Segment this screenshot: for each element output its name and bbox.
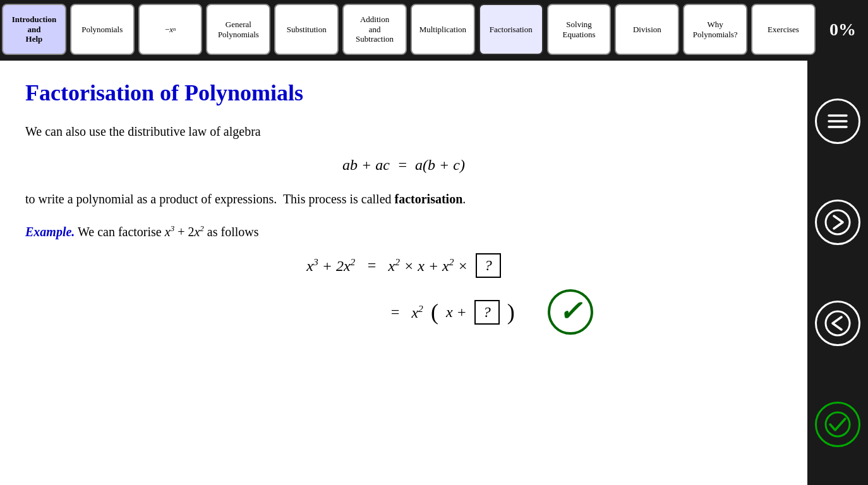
submit-check-icon: [824, 410, 852, 438]
tab-multiplication[interactable]: Multiplication: [411, 4, 475, 55]
submit-button[interactable]: [815, 402, 860, 447]
main-content: Factorisation of Polynomials We can also…: [0, 61, 868, 485]
svg-point-3: [826, 210, 850, 234]
menu-icon: [824, 107, 852, 135]
content-area: Factorisation of Polynomials We can also…: [0, 61, 807, 485]
svg-point-4: [826, 311, 850, 335]
example-intro: We can factorise x3 + 2x2 as follows: [78, 225, 259, 239]
distributive-law: ab + ac = a(b + c): [25, 157, 782, 174]
check-circle: ✓: [548, 289, 593, 335]
next-button[interactable]: [815, 200, 860, 245]
eq1-rhs: x2 × x + x2 ×: [389, 256, 468, 275]
example-label: Example.: [25, 225, 75, 239]
factorisation-term: factorisation: [395, 192, 463, 206]
tab-division[interactable]: Division: [615, 4, 679, 55]
eq2-open-paren: (: [431, 301, 438, 323]
tab-polynomials[interactable]: Polynomials: [70, 4, 135, 55]
tab-why-polynomials[interactable]: WhyPolynomials?: [683, 4, 747, 55]
check-mark-icon: ✓: [558, 298, 582, 326]
next-arrow-icon: [824, 208, 852, 236]
eq2-equals: =: [386, 304, 404, 321]
menu-button[interactable]: [815, 99, 860, 144]
eq1-lhs: x3 + 2x2: [306, 256, 355, 275]
eq1-input-box[interactable]: ?: [476, 253, 501, 278]
back-arrow-icon: [824, 309, 852, 337]
progress-value: 0%: [829, 20, 856, 40]
continuation-paragraph: to write a polynomial as a product of ex…: [25, 189, 782, 209]
equation-row-2: = x2 ( x + ? ) ✓: [25, 289, 782, 335]
tab-addition-subtraction[interactable]: AdditionandSubtraction: [342, 4, 407, 55]
tab-solving-equations[interactable]: SolvingEquations: [547, 4, 612, 55]
tab-introduction[interactable]: IntroductionandHelp: [2, 4, 66, 55]
period: .: [462, 192, 466, 206]
intro-text: We can also use the distributive law of …: [25, 124, 261, 138]
eq2-inner: x +: [446, 304, 467, 321]
tab-substitution[interactable]: Substitution: [274, 4, 339, 55]
tab-general-polynomials[interactable]: GeneralPolynomials: [206, 4, 270, 55]
eq2-input-box[interactable]: ?: [474, 300, 500, 325]
intro-paragraph: We can also use the distributive law of …: [25, 121, 782, 141]
sidebar-buttons: [807, 61, 868, 485]
progress-indicator: 0%: [817, 0, 868, 59]
tab-factorisation[interactable]: Factorisation: [479, 4, 543, 55]
tab-negative-xn[interactable]: −xn: [138, 4, 203, 55]
continuation-text: to write a polynomial as a product of ex…: [25, 192, 395, 206]
eq2-x2: x2: [411, 303, 423, 321]
eq2-close-paren: ): [507, 301, 515, 323]
equation-row-1: x3 + 2x2 = x2 × x + x2 × ?: [25, 253, 782, 278]
example-paragraph: Example. We can factorise x3 + 2x2 as fo…: [25, 222, 782, 242]
tab-exercises[interactable]: Exercises: [751, 4, 816, 55]
navigation-bar: IntroductionandHelp Polynomials −xn Gene…: [0, 0, 868, 61]
page-title: Factorisation of Polynomials: [25, 80, 782, 106]
eq1-equals: =: [363, 257, 380, 274]
back-button[interactable]: [815, 301, 860, 346]
